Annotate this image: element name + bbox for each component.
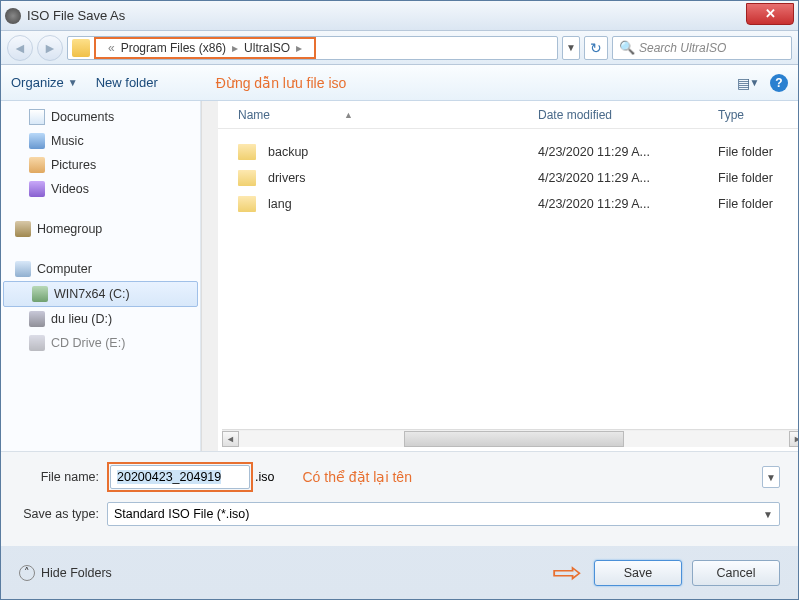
- footer: ˄ Hide Folders ⇨ Save Cancel: [1, 546, 798, 599]
- folder-icon: [72, 39, 90, 57]
- file-row[interactable]: drivers 4/23/2020 11:29 A... File folder: [218, 165, 798, 191]
- cd-drive-icon: [29, 335, 45, 351]
- sort-asc-icon: ▲: [344, 110, 353, 120]
- sidebar-scrollbar[interactable]: [201, 101, 218, 451]
- help-button[interactable]: ?: [770, 74, 788, 92]
- cancel-button[interactable]: Cancel: [692, 560, 780, 586]
- dialog-body: Documents Music Pictures Videos Homegrou…: [1, 101, 798, 451]
- folder-icon: [238, 196, 256, 212]
- music-icon: [29, 133, 45, 149]
- nav-tree: Documents Music Pictures Videos Homegrou…: [1, 101, 200, 451]
- drive-icon: [32, 286, 48, 302]
- sidebar-item-documents[interactable]: Documents: [1, 105, 200, 129]
- pictures-icon: [29, 157, 45, 173]
- scroll-right-button[interactable]: ►: [789, 431, 798, 447]
- chevron-right-icon: ▸: [226, 41, 244, 55]
- titlebar[interactable]: ISO File Save As ✕: [1, 1, 798, 31]
- videos-icon: [29, 181, 45, 197]
- search-icon: 🔍: [619, 40, 635, 55]
- organize-button[interactable]: Organize ▼: [11, 75, 78, 90]
- column-headers: Name▲ Date modified Type: [218, 101, 798, 129]
- toolbar: Organize ▼ New folder Đừng dẫn lưu file …: [1, 65, 798, 101]
- folder-icon: [238, 144, 256, 160]
- nav-back-button[interactable]: ◄: [7, 35, 33, 61]
- sidebar-item-homegroup[interactable]: Homegroup: [1, 217, 200, 241]
- save-button[interactable]: Save: [594, 560, 682, 586]
- breadcrumb-segment[interactable]: Program Files (x86): [121, 41, 226, 55]
- window-title: ISO File Save As: [27, 8, 746, 23]
- sidebar: Documents Music Pictures Videos Homegrou…: [1, 101, 201, 451]
- filename-dropdown[interactable]: ▼: [762, 466, 780, 488]
- chevron-down-icon: ▼: [68, 77, 78, 88]
- hide-folders-button[interactable]: ˄ Hide Folders: [19, 565, 112, 581]
- form-area: File name: 20200423_204919 .iso Có thể đ…: [1, 451, 798, 546]
- file-row[interactable]: backup 4/23/2020 11:29 A... File folder: [218, 139, 798, 165]
- breadcrumb-prefix: «: [102, 41, 121, 55]
- folder-icon: [238, 170, 256, 186]
- scroll-thumb[interactable]: [404, 431, 624, 447]
- breadcrumb-segment[interactable]: UltraISO: [244, 41, 290, 55]
- breadcrumb-dropdown[interactable]: ▼: [562, 36, 580, 60]
- navbar: ◄ ► « Program Files (x86) ▸ UltraISO ▸ ▼…: [1, 31, 798, 65]
- sidebar-item-music[interactable]: Music: [1, 129, 200, 153]
- horizontal-scrollbar[interactable]: ◄ ►: [222, 429, 798, 447]
- chevron-down-icon: ▼: [763, 509, 773, 520]
- chevron-up-icon: ˄: [19, 565, 35, 581]
- scroll-left-button[interactable]: ◄: [222, 431, 239, 447]
- scroll-track[interactable]: [239, 431, 789, 447]
- chevron-right-icon: ▸: [290, 41, 308, 55]
- column-name[interactable]: Name▲: [230, 108, 530, 122]
- filename-label: File name:: [19, 470, 99, 484]
- filename-input[interactable]: 20200423_204919: [110, 465, 250, 489]
- file-row[interactable]: lang 4/23/2020 11:29 A... File folder: [218, 191, 798, 217]
- savetype-select[interactable]: Standard ISO File (*.iso) ▼: [107, 502, 780, 526]
- documents-icon: [29, 109, 45, 125]
- computer-icon: [15, 261, 31, 277]
- annotation-arrow-icon: ⇨: [552, 556, 582, 589]
- refresh-button[interactable]: ↻: [584, 36, 608, 60]
- sidebar-item-drive-e[interactable]: CD Drive (E:): [1, 331, 200, 355]
- breadcrumb[interactable]: « Program Files (x86) ▸ UltraISO ▸: [67, 36, 558, 60]
- close-icon: ✕: [765, 6, 776, 21]
- savetype-label: Save as type:: [19, 507, 99, 521]
- column-type[interactable]: Type: [710, 108, 798, 122]
- view-options-button[interactable]: ▤▼: [734, 72, 762, 94]
- annotation-path-note: Đừng dẫn lưu file iso: [216, 75, 347, 91]
- annotation-filename-box: 20200423_204919: [107, 462, 253, 492]
- column-date[interactable]: Date modified: [530, 108, 710, 122]
- search-placeholder: Search UltraISO: [639, 41, 726, 55]
- close-button[interactable]: ✕: [746, 3, 794, 25]
- sidebar-item-videos[interactable]: Videos: [1, 177, 200, 201]
- sidebar-item-drive-d[interactable]: du lieu (D:): [1, 307, 200, 331]
- new-folder-button[interactable]: New folder: [96, 75, 158, 90]
- sidebar-item-computer[interactable]: Computer: [1, 257, 200, 281]
- sidebar-item-drive-c[interactable]: WIN7x64 (C:): [3, 281, 198, 307]
- save-dialog: ISO File Save As ✕ ◄ ► « Program Files (…: [0, 0, 799, 600]
- nav-forward-button[interactable]: ►: [37, 35, 63, 61]
- annotation-path-box: « Program Files (x86) ▸ UltraISO ▸: [94, 37, 316, 59]
- file-list: Name▲ Date modified Type backup 4/23/202…: [218, 101, 798, 451]
- sidebar-item-pictures[interactable]: Pictures: [1, 153, 200, 177]
- annotation-rename-note: Có thể đặt lại tên: [302, 469, 412, 485]
- drive-icon: [29, 311, 45, 327]
- app-icon: [5, 8, 21, 24]
- search-input[interactable]: 🔍 Search UltraISO: [612, 36, 792, 60]
- homegroup-icon: [15, 221, 31, 237]
- filename-ext: .iso: [255, 470, 274, 484]
